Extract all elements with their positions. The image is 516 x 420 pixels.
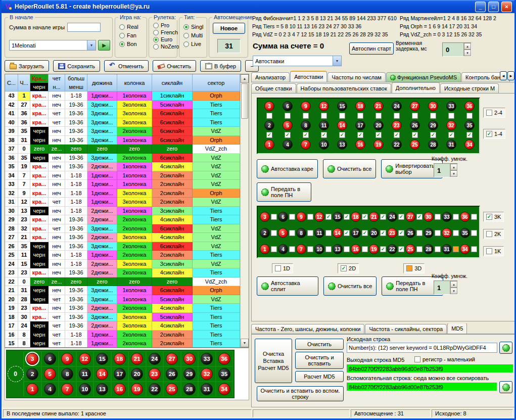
bet-checkbox[interactable]: ✓ [398,246,404,252]
spinner-up-icon[interactable]: ▲ [464,43,471,50]
bet-checkbox[interactable]: ✓ [448,132,454,138]
number-chip[interactable]: 20 [131,368,143,380]
number-chip[interactable]: 23 [149,368,161,380]
bet-number-chip[interactable]: 8 [301,120,311,130]
bet-number-chip[interactable]: 35 [464,120,475,130]
bet-number-chip[interactable]: 18 [351,212,361,222]
bet-number-chip[interactable]: 23 [387,228,397,238]
number-chip[interactable]: 10 [79,383,91,395]
board-cell[interactable]: 32 [198,366,216,382]
bet-number-chip[interactable]: 26 [405,228,415,238]
bet-number-chip[interactable]: 15 [333,212,343,222]
transfer-to-pn-button[interactable]: Передать в поле ПН [257,182,311,202]
bet-checkbox[interactable] [357,113,363,119]
board-cell[interactable]: 20 [128,366,146,382]
bet-checkbox[interactable]: ✓ [380,246,386,252]
bet-number-chip[interactable]: 24 [392,101,402,111]
number-chip[interactable]: 33 [201,353,213,365]
bet-number-chip[interactable]: 17 [355,120,365,130]
board-cell[interactable]: 4 [41,382,59,397]
inner-tab-2[interactable]: Наборы пользовательских ставок [297,83,391,93]
number-chip[interactable]: 6 [44,353,56,365]
bet-number-chip[interactable]: 1 [260,244,270,254]
number-chip[interactable]: 4 [44,383,56,395]
dim-check-3D[interactable]: 3D [403,263,425,273]
table-row[interactable]: 370zeroze...zerozerozerozeroVdZ_zch [5,145,240,154]
board-cell[interactable]: 16 [111,382,129,397]
bet-checkbox[interactable]: ✓ [398,230,404,236]
bet-number-chip[interactable]: 7 [301,139,311,150]
md5-master-button[interactable]: Очистка Вставка Расчет MD5 [255,339,292,383]
board-cell[interactable]: 22 [146,382,164,397]
bet-checkbox[interactable]: ✓ [266,132,272,138]
table-row[interactable]: 2415черннеч1-182дюжи...3колонка3сиклайнV… [5,260,240,269]
bet-checkbox[interactable] [321,113,327,119]
number-chip[interactable]: 16 [114,383,126,395]
bet-checkbox[interactable]: ✓ [398,214,404,220]
bet-number-chip[interactable]: 3 [264,101,274,111]
bet-number-chip[interactable]: 8 [296,228,306,238]
number-chip[interactable]: 24 [149,353,161,365]
board-cell[interactable]: 1 [24,382,41,397]
bet-number-chip[interactable]: 30 [424,212,434,222]
bet-checkbox[interactable] [416,230,423,236]
bet-number-chip[interactable]: 9 [301,101,311,111]
bet-checkbox[interactable] [303,113,309,119]
bet-checkbox[interactable]: ✓ [412,132,418,138]
bet-number-chip[interactable]: 14 [333,228,343,238]
number-chip[interactable]: 1 [26,383,38,395]
board-cell[interactable]: 11 [76,366,94,382]
board-cell[interactable]: 3 [24,351,41,366]
bet-checkbox[interactable] [394,113,400,119]
bet-number-chip[interactable]: 4 [283,139,293,150]
scroll-up-icon[interactable]: ▲ [241,74,249,83]
bet-checkbox[interactable] [471,230,477,236]
bet-number-chip[interactable]: 26 [410,120,420,130]
main-tab-1[interactable]: Анализатор [251,72,290,82]
board-zero-cell[interactable]: 0 [8,352,24,396]
bet-checkbox[interactable] [289,230,295,236]
main-tab-4[interactable]: Функционал PsevdoMS [386,72,461,82]
bet-action-button[interactable]: Автоставка каре [257,159,318,178]
table-row[interactable]: 2131черннеч19-363дюжи...1колонка6сиклайн… [5,286,240,295]
bet-checkbox[interactable] [289,246,295,252]
board-cell[interactable]: 8 [59,366,76,382]
toolbar-load-button[interactable]: Загрузить [5,60,49,72]
spinner-down-icon[interactable]: ▼ [464,50,471,56]
bet-checkbox[interactable] [430,113,436,119]
bet-number-chip[interactable]: 20 [373,120,384,130]
board-cell[interactable]: 28 [181,382,199,397]
bet-number-chip[interactable]: 32 [446,120,456,130]
board-cell[interactable]: 29 [181,366,199,382]
table-row[interactable]: 220zeroze...zerozerozerozeroVdZ_zch [5,277,240,287]
md5-aux-field[interactable]: 84bb0270f2f2283abb96d00e87b253f9 [347,383,497,391]
bet-checkbox[interactable]: ✓ [344,214,350,220]
toolbar-save-button[interactable]: Сохранить [53,60,100,72]
bet-checkbox[interactable] [486,110,492,116]
bet-number-chip[interactable]: 10 [314,244,324,254]
bet-checkbox[interactable]: ✓ [321,132,327,138]
number-chip[interactable]: 34 [218,383,230,395]
bet-checkbox[interactable] [471,246,477,252]
start-sum-input[interactable] [67,23,101,32]
bet-number-chip[interactable]: 10 [319,139,329,150]
preset-combobox[interactable]: 1Melonati ▼ [9,40,96,51]
bet-number-chip[interactable]: 22 [387,244,397,254]
bet-number-chip[interactable]: 14 [337,120,347,130]
koeff-value[interactable]: 1 [434,164,450,177]
board-cell[interactable]: 26 [163,366,181,382]
md5-case-option[interactable]: регистр - маленький [414,356,475,362]
bet-checkbox[interactable]: ✓ [285,132,291,138]
number-chip[interactable]: 29 [183,368,196,380]
bet-number-chip[interactable]: 31 [442,244,452,254]
md5-action-button[interactable] [499,381,512,393]
table-row[interactable]: 3013черннеч1-182дюжи...1колонка3сиклайнT… [5,207,240,216]
bet-number-chip[interactable]: 31 [446,139,456,150]
bet-checkbox[interactable] [339,113,345,119]
bet-checkbox[interactable] [412,113,418,119]
column-header-3[interactable]: Кра...черн [30,74,49,91]
inner-tab-4[interactable]: Исходные строки М [440,83,499,93]
bet-number-chip[interactable]: 34 [460,244,470,254]
bet-action-button[interactable]: Очистить все [323,159,376,178]
bet-checkbox[interactable] [435,246,441,252]
